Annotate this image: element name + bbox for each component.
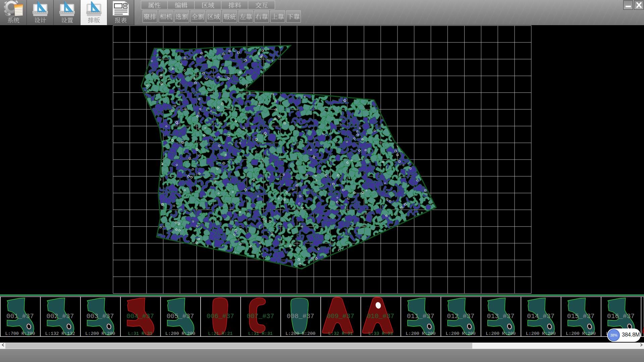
- svg-text:007_#37: 007_#37: [247, 313, 274, 320]
- svg-text:L:21 R:21: L:21 R:21: [208, 331, 233, 336]
- svg-text:L:200 R:200: L:200 R:200: [566, 331, 596, 336]
- svg-text:001_#37: 001_#37: [6, 313, 34, 320]
- svg-text:L:33 R:33: L:33 R:33: [368, 331, 393, 336]
- svg-text:002_#37: 002_#37: [46, 313, 74, 320]
- svg-text:L:32 R:31: L:32 R:31: [328, 331, 353, 336]
- svg-text:012_#37: 012_#37: [447, 313, 474, 320]
- svg-text:L:200 R:200: L:200 R:200: [526, 331, 556, 336]
- svg-text:004_#37: 004_#37: [126, 313, 154, 320]
- svg-text:L:31 R:31: L:31 R:31: [248, 331, 273, 336]
- svg-text:015_#37: 015_#37: [567, 313, 595, 320]
- svg-text:L:132 R:132: L:132 R:132: [45, 331, 75, 336]
- svg-text:006_#37: 006_#37: [207, 313, 234, 320]
- svg-text:L:200 R:200: L:200 R:200: [285, 331, 315, 336]
- svg-text:016_#37: 016_#37: [607, 313, 635, 320]
- svg-text:011_#37: 011_#37: [407, 313, 434, 320]
- svg-text:L:200 R:200: L:200 R:200: [165, 331, 195, 336]
- svg-text:003_#37: 003_#37: [87, 313, 114, 320]
- svg-text:014_#37: 014_#37: [527, 313, 554, 320]
- svg-text:008_#37: 008_#37: [287, 313, 314, 320]
- svg-text:L:200 R:200: L:200 R:200: [406, 331, 435, 336]
- svg-text:009_#37: 009_#37: [327, 313, 354, 320]
- svg-text:L:200 R:200: L:200 R:200: [85, 331, 115, 336]
- svg-text:013_#37: 013_#37: [487, 313, 515, 320]
- svg-text:L:200 R:200: L:200 R:200: [446, 331, 476, 336]
- svg-text:005_#37: 005_#37: [167, 313, 194, 320]
- svg-text:010_#37: 010_#37: [367, 313, 394, 320]
- svg-text:L:700 R:700: L:700 R:700: [5, 331, 35, 336]
- svg-text:L:200 R:200: L:200 R:200: [486, 331, 516, 336]
- svg-text:L:31 R:31: L:31 R:31: [128, 331, 153, 336]
